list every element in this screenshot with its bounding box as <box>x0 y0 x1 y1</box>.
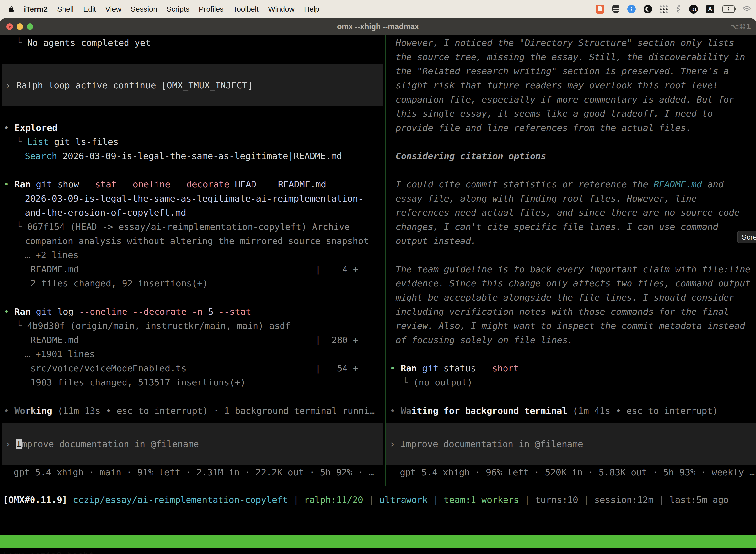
token: └ <box>402 377 413 387</box>
token: gpt-5.4 xhigh · 96% left · 520K in · 5.8… <box>400 467 755 477</box>
terminal-line: including verification notes with those … <box>386 304 756 319</box>
terminal-line: Considering citation options <box>386 149 756 163</box>
terminal-line: changes, I can't cite specific file line… <box>386 220 756 234</box>
token: log <box>52 307 74 317</box>
chat-icon[interactable] <box>595 5 605 14</box>
token: | <box>428 495 444 505</box>
zoom-button[interactable] <box>27 23 33 30</box>
token: ralph:11/20 <box>304 495 363 505</box>
token: The team guideline is to back every impo… <box>396 264 750 274</box>
terminal-line: evidence. Since this change only affects… <box>386 276 756 290</box>
terminal-line: gpt-5.4 xhigh · main · 91% left · 2.31M … <box>0 465 385 479</box>
terminal-line: • Ran git log --oneline --decorate -n 5 … <box>0 304 385 319</box>
token: essay file, along with finding root file… <box>396 193 697 204</box>
tree-guide-line <box>18 190 18 223</box>
traffic-lights <box>6 18 33 35</box>
token: › <box>5 80 16 90</box>
terminal-line: output instead. <box>386 234 756 248</box>
token: … +2 lines <box>25 250 79 260</box>
prompt-input-box[interactable]: › Improve documentation in @filename <box>2 423 383 465</box>
token: git <box>30 179 52 189</box>
menu-item-toolbelt[interactable]: Toolbelt <box>233 5 259 13</box>
terminal-line: essay file, along with finding root file… <box>386 191 756 206</box>
menu-item-session[interactable]: Session <box>131 5 157 13</box>
token: references need actual files, and since … <box>396 208 740 218</box>
token: Wo <box>14 405 25 416</box>
badge-61-icon[interactable]: ..61 <box>689 5 698 14</box>
blank-line <box>0 50 385 64</box>
menu-item-app[interactable]: iTerm2 <box>24 5 48 13</box>
window-shortcut: ⌥⌘1 <box>731 22 751 31</box>
terminal-line: … +2 lines <box>0 248 385 262</box>
blank-line <box>386 135 756 149</box>
terminal-line: … +1901 lines <box>0 347 385 361</box>
bolt-badge-icon[interactable] <box>627 5 636 13</box>
token: evidence. Since this change only affects… <box>396 278 750 288</box>
screen: iTerm2 ShellEditViewSessionScriptsProfil… <box>0 0 756 554</box>
token: git <box>30 307 52 317</box>
token: -- <box>256 179 272 189</box>
prompt-input-box[interactable]: › Improve documentation in @filename <box>386 423 756 465</box>
wifi-icon[interactable] <box>743 6 751 12</box>
terminal-line: 1903 files changed, 513517 insertions(+) <box>0 375 385 389</box>
apple-icon[interactable] <box>8 5 15 14</box>
close-button[interactable] <box>6 23 13 30</box>
token: show <box>52 179 79 189</box>
menu-items: iTerm2 ShellEditViewSessionScriptsProfil… <box>24 5 319 13</box>
tmux-session-label[interactable]: [omx-cczip0:bash* <box>2 548 94 554</box>
token: • <box>4 123 14 133</box>
token: README.md | 280 + <box>30 335 359 345</box>
blank-line <box>0 389 385 403</box>
terminal-line: └ 4b9d30f (origin/main, instructkr/main,… <box>0 319 385 333</box>
menu-item-edit[interactable]: Edit <box>83 5 96 13</box>
token: last:5m ago <box>670 495 729 505</box>
prompt-line: › Improve documentation in @filename <box>386 437 756 451</box>
token: --stat <box>213 307 251 317</box>
menu-item-scripts[interactable]: Scripts <box>167 5 189 13</box>
terminal-line: However, I noticed the "Directory Struct… <box>386 36 756 50</box>
token: 1903 files changed, 513517 insertions(+) <box>30 377 246 387</box>
token: | <box>578 495 594 505</box>
token: Ran <box>14 307 30 317</box>
token: Ralph loop active continue [OMX_TMUX_INJ… <box>16 80 253 90</box>
left-agent-pane[interactable]: └ No agents completed yet› Ralph loop ac… <box>0 35 385 479</box>
token: 5 <box>203 307 213 317</box>
token: Improve documentation in @filename <box>400 439 583 449</box>
menu-item-shell[interactable]: Shell <box>57 5 74 13</box>
inject-banner[interactable]: › Ralph loop active continue [OMX_TMUX_I… <box>2 64 383 107</box>
token: --short <box>476 363 519 373</box>
token: src/voice/voiceModeEnabled.ts | 54 + <box>30 363 359 373</box>
blank-line <box>386 389 756 403</box>
terminal-line: └ 067f154 (HEAD -> essay/ai-reimplementa… <box>0 220 385 234</box>
menu-item-help[interactable]: Help <box>304 5 319 13</box>
token: and-the-erosion-of-copyleft.md <box>25 208 186 218</box>
token: (no output) <box>413 377 472 387</box>
window-title-bar[interactable]: omx --xhigh --madmax ⌥⌘1 <box>0 18 756 35</box>
battery-icon[interactable] <box>722 5 735 13</box>
crescent-icon[interactable] <box>644 5 652 13</box>
terminal-line: slight risk that future readers may over… <box>386 78 756 92</box>
token: gpt-5.4 xhigh · main · 91% left · 2.31M … <box>14 467 374 477</box>
omx-status-line: [OMX#0.11.9] cczip/essay/ai-reimplementa… <box>3 493 729 507</box>
token: 2026-03-09-is-legal-the-same-as-legitima… <box>25 193 363 204</box>
token: git <box>417 363 438 373</box>
menu-item-profiles[interactable]: Profiles <box>199 5 224 13</box>
blank-line <box>386 248 756 262</box>
keyboard-a-icon[interactable]: A <box>706 5 714 13</box>
terminal-line: • Working (11m 13s • esc to interrupt) ·… <box>0 403 385 418</box>
pane-divider[interactable] <box>385 35 386 486</box>
terminal-line: the "Related research writing" section i… <box>386 64 756 78</box>
minimize-button[interactable] <box>17 23 23 30</box>
squiggle-icon[interactable] <box>676 4 681 14</box>
token: [OMX#0.11.9] <box>3 495 67 505</box>
token: session:12m <box>594 495 653 505</box>
menu-item-view[interactable]: View <box>106 5 121 13</box>
dots-grid-icon[interactable] <box>660 5 668 13</box>
right-agent-pane[interactable]: However, I noticed the "Directory Struct… <box>386 35 756 479</box>
shield-grid-icon[interactable] <box>612 5 619 13</box>
menu-status-icons: ..61 A <box>595 4 751 14</box>
token: › <box>390 439 400 449</box>
blank-line <box>0 290 385 304</box>
token: changes, I can't cite specific file line… <box>396 222 718 232</box>
menu-item-window[interactable]: Window <box>268 5 295 13</box>
